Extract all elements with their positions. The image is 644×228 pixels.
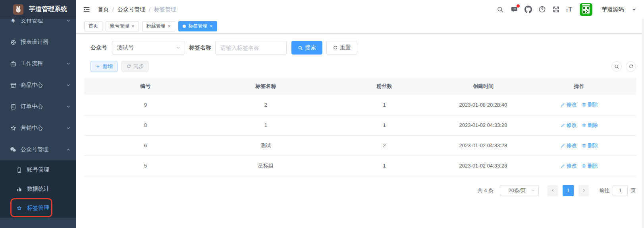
table-row: 6 测试 2 2023-01-02 04:33:28 修改 删除 [84, 135, 636, 156]
goto-page-input[interactable] [613, 185, 628, 196]
opened-tabs-bar: 首页 账号管理 × 粉丝管理 × 标签管理 × [76, 19, 644, 34]
cell-id: 6 [84, 135, 207, 156]
phone-icon [16, 167, 22, 173]
sidebar-item-data-stats[interactable]: 数据统计 [0, 179, 76, 199]
prev-page-button[interactable] [548, 185, 558, 196]
column-header-id: 编号 [84, 78, 207, 95]
sidebar-item-label: 公众号管理 [21, 146, 66, 153]
github-icon[interactable] [524, 6, 532, 14]
sidebar-item-account-mgmt[interactable]: 账号管理 [0, 160, 76, 179]
breadcrumb-separator: / [112, 6, 114, 13]
star-icon [16, 205, 22, 211]
close-icon[interactable]: × [210, 23, 213, 29]
tab-label: 标签管理 [188, 23, 207, 29]
edit-link[interactable]: 修改 [561, 142, 577, 149]
sidebar-submenu-wechat: 账号管理 数据统计 标签管理 [0, 160, 76, 218]
breadcrumb-current: 标签管理 [154, 6, 176, 13]
delete-link-label: 删除 [588, 101, 598, 108]
help-icon[interactable] [538, 6, 546, 14]
sidebar-item-wechat-mgmt[interactable]: 公众号管理 [0, 139, 76, 160]
bar-chart-icon [16, 186, 22, 192]
column-header-fans: 粉丝数 [325, 78, 444, 95]
edit-link-label: 修改 [567, 101, 577, 108]
sidebar-item-tag-mgmt[interactable]: 标签管理 [0, 199, 76, 218]
refresh-button[interactable] [626, 61, 636, 72]
edit-link-label: 修改 [567, 162, 577, 170]
sidebar-item-workflow[interactable]: 工作流程 [0, 53, 76, 74]
table-row: 8 1 1 2023-01-02 04:33:28 修改 删除 [84, 115, 636, 135]
tab-home[interactable]: 首页 [84, 21, 102, 31]
reset-button-label: 重置 [340, 44, 351, 51]
cell-id: 5 [84, 156, 207, 176]
page-size-select[interactable]: 20条/页 [500, 185, 539, 196]
page-unit-label: 页 [631, 187, 636, 194]
briefcase-icon [10, 60, 17, 67]
sidebar-fold-icon[interactable] [83, 6, 91, 14]
font-size-big-glyph: T [568, 6, 572, 13]
search-button-label: 搜索 [305, 44, 316, 51]
font-size-icon[interactable]: TT [566, 6, 572, 13]
message-icon[interactable] [510, 6, 518, 14]
pagination-total: 共 4 条 [478, 187, 494, 194]
table-row: 9 2 1 2023-01-08 20:28:40 修改 删除 [84, 95, 636, 115]
sidebar-item-product-center[interactable]: 商品中心 [0, 74, 76, 96]
pagination: 共 4 条 20条/页 1 前往 页 [84, 185, 636, 196]
delete-link[interactable]: 删除 [582, 142, 598, 149]
next-page-button[interactable] [578, 185, 589, 196]
edit-link-label: 修改 [567, 122, 577, 129]
reset-button[interactable]: 重置 [326, 41, 357, 55]
breadcrumb-home[interactable]: 首页 [98, 6, 109, 13]
search-button[interactable]: 搜索 [291, 41, 322, 55]
cell-name: 星标组 [207, 156, 325, 176]
cell-created: 2023-01-02 04:33:28 [444, 156, 522, 176]
search-icon[interactable] [496, 6, 504, 14]
tab-account-mgmt[interactable]: 账号管理 × [106, 21, 139, 31]
sync-button[interactable]: 同步 [121, 61, 148, 72]
shop-icon [10, 82, 17, 89]
user-avatar-qr[interactable] [580, 3, 592, 16]
table-tools [611, 61, 636, 72]
edit-link[interactable]: 修改 [561, 162, 577, 170]
edit-link[interactable]: 修改 [561, 101, 577, 108]
user-name[interactable]: 芋道源码 [602, 6, 624, 13]
edit-link[interactable]: 修改 [561, 122, 577, 129]
delete-link-label: 删除 [588, 122, 598, 129]
cell-fans: 1 [325, 156, 444, 176]
delete-link-label: 删除 [588, 142, 598, 149]
sync-button-label: 同步 [133, 63, 144, 70]
fullscreen-icon[interactable] [552, 6, 560, 14]
sidebar-item-marketing-center[interactable]: 营销中心 [0, 117, 76, 139]
delete-link[interactable]: 删除 [582, 122, 598, 129]
star-icon [10, 125, 17, 132]
page-number-button[interactable]: 1 [563, 185, 574, 196]
sidebar-item-report-designer[interactable]: 报表设计器 [0, 31, 76, 53]
close-icon[interactable]: × [131, 23, 135, 29]
delete-link[interactable]: 删除 [582, 162, 598, 170]
cell-id: 8 [84, 115, 207, 135]
sidebar-item-label: 商品中心 [21, 82, 66, 89]
sidebar-item-label: 标签管理 [27, 205, 49, 212]
report-designer-icon [10, 39, 17, 46]
order-document-icon [10, 103, 17, 110]
app-logo[interactable]: 芋道管理系统 [0, 0, 76, 19]
close-icon[interactable]: × [168, 23, 171, 29]
delete-link[interactable]: 删除 [582, 101, 598, 108]
sidebar: 芋道管理系统 ¥ 支付管理 报表设计器 工作流程 商品中心 订单中心 [0, 0, 76, 228]
tab-fans-mgmt[interactable]: 粉丝管理 × [142, 21, 175, 31]
sidebar-item-order-center[interactable]: 订单中心 [0, 96, 76, 117]
breadcrumb-section[interactable]: 公众号管理 [118, 6, 145, 13]
cell-name: 测试 [207, 135, 325, 156]
add-button[interactable]: ＋ 新增 [91, 61, 118, 72]
main-area: 首页 / 公众号管理 / 标签管理 TT 芋道源码 [76, 0, 644, 228]
tag-name-input[interactable] [215, 41, 287, 55]
chevron-down-icon [66, 83, 71, 88]
tab-tag-mgmt[interactable]: 标签管理 × [178, 21, 217, 31]
scrollbar[interactable] [642, 19, 644, 228]
account-select[interactable]: 测试号 [112, 41, 185, 55]
toggle-search-button[interactable] [611, 61, 622, 72]
sidebar-menu: ¥ 支付管理 报表设计器 工作流程 商品中心 订单中心 营销中心 [0, 10, 76, 218]
cell-name: 2 [207, 95, 325, 115]
filter-form: 公众号 测试号 标签名称 搜索 重置 [84, 41, 636, 55]
caret-down-icon[interactable] [632, 8, 636, 11]
cell-created: 2023-01-02 04:33:28 [444, 115, 522, 135]
